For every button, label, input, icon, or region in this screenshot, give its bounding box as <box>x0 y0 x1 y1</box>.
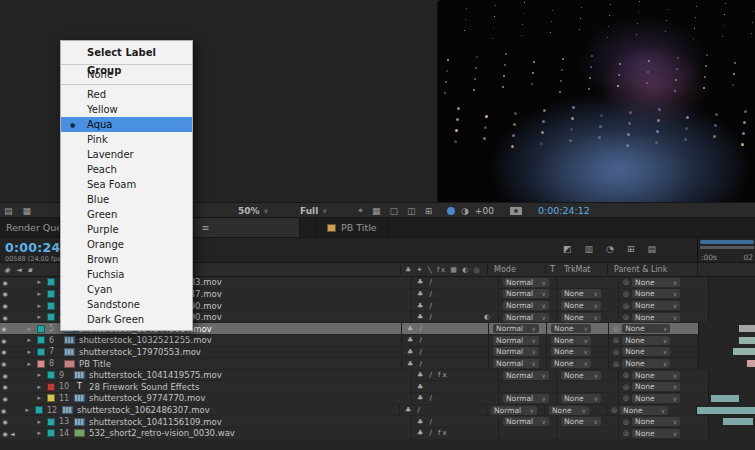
expand-arrow-icon[interactable]: ▸ <box>19 371 45 379</box>
layer-switches[interactable]: ♣ / <box>411 289 498 300</box>
mode-dropdown[interactable]: Normal∨ <box>503 394 549 403</box>
parent-dropdown[interactable]: None∨ <box>632 313 680 322</box>
timeline-cell[interactable] <box>696 405 755 416</box>
menu-item-sea-foam[interactable]: Sea Foam <box>61 177 192 192</box>
transparency-grid-icon[interactable]: ▦ <box>372 206 381 216</box>
layer-name[interactable]: PB Title <box>79 359 401 369</box>
menu-item-blue[interactable]: Blue <box>61 192 192 207</box>
expand-arrow-icon[interactable]: ▸ <box>19 383 45 391</box>
eye-icon[interactable]: ◉ <box>0 290 10 297</box>
layer-switches[interactable]: ♣ / <box>399 405 486 416</box>
trkmat-dropdown[interactable]: None∨ <box>551 324 591 333</box>
expand-arrow-icon[interactable]: ▸ <box>19 429 45 437</box>
trkmat-dropdown[interactable]: None∨ <box>561 301 601 310</box>
layer-name[interactable]: shutterstock_9774770.mov <box>89 393 411 403</box>
work-area-bar[interactable] <box>700 240 754 244</box>
trkmat-dropdown[interactable]: None∨ <box>551 359 591 368</box>
parent-dropdown[interactable]: None∨ <box>632 382 680 391</box>
tab-render-queue[interactable]: Render Que <box>0 218 60 237</box>
grid-icon[interactable]: ⊞ <box>425 206 433 216</box>
parent-dropdown[interactable]: None∨ <box>622 336 670 345</box>
menu-item-sandstone[interactable]: Sandstone <box>61 297 192 312</box>
timeline-cell[interactable] <box>708 370 755 381</box>
timeline-cell[interactable] <box>708 300 755 311</box>
parent-dropdown[interactable]: None∨ <box>632 417 680 426</box>
mode-dropdown[interactable]: Normal∨ <box>503 289 549 298</box>
layer-switches[interactable]: ♣ / <box>401 323 488 334</box>
speaker-icon[interactable]: ◄ <box>10 430 19 437</box>
layer-row[interactable]: ◉◄▸14532_short2_retro-vision_0030.wav♣ /… <box>0 428 755 440</box>
parent-dropdown[interactable]: None∨ <box>632 394 680 403</box>
parent-dropdown[interactable]: None∨ <box>632 371 680 380</box>
options-icon[interactable]: ▤ <box>647 244 656 254</box>
mode-dropdown[interactable]: Normal∨ <box>503 301 549 310</box>
layer-row[interactable]: ◉▸12shutterstock_1062486307.mov♣ /Normal… <box>0 405 755 417</box>
mode-dropdown[interactable]: Normal∨ <box>491 406 537 415</box>
trkmat-dropdown[interactable]: None∨ <box>561 313 601 322</box>
eye-icon[interactable]: ◉ <box>0 360 8 367</box>
pickwhip-icon[interactable]: ◎ <box>613 360 619 368</box>
shy-layers-icon[interactable]: ◩ <box>563 244 572 254</box>
timeline-cell[interactable] <box>708 381 755 392</box>
mode-dropdown[interactable]: Normal∨ <box>493 347 539 356</box>
expand-arrow-icon[interactable]: ▸ <box>14 360 35 368</box>
layer-duration-bar[interactable] <box>747 360 755 367</box>
mode-dropdown[interactable]: Normal∨ <box>503 313 549 322</box>
pickwhip-icon[interactable]: ◎ <box>623 383 629 391</box>
panel-icon-2[interactable]: ▦ <box>23 206 32 216</box>
timeline-cell[interactable] <box>708 277 755 288</box>
layer-name[interactable]: 28 Firework Sound Effects <box>89 382 411 392</box>
layer-switches[interactable]: ♣ / fx <box>411 370 498 381</box>
menu-item-peach[interactable]: Peach <box>61 162 192 177</box>
panel-icon-1[interactable]: ▤ <box>4 206 13 216</box>
pickwhip-icon[interactable]: ◎ <box>623 278 629 286</box>
layer-name[interactable]: shutterstock_17970553.mov <box>79 347 401 357</box>
pickwhip-icon[interactable]: ◎ <box>623 429 629 437</box>
trkmat-dropdown[interactable]: None∨ <box>551 347 591 356</box>
label-color-swatch[interactable] <box>37 360 45 368</box>
menu-item-fuchsia[interactable]: Fuchsia <box>61 267 192 282</box>
eye-icon[interactable]: ◉ <box>0 372 10 379</box>
layer-switches[interactable]: ♣ / <box>411 277 498 288</box>
layer-name[interactable]: shutterstock_1041419575.mov <box>89 370 411 380</box>
eye-icon[interactable]: ◉ <box>0 407 7 414</box>
trkmat-dropdown[interactable]: None∨ <box>561 394 601 403</box>
parent-column-header[interactable]: Parent & Link <box>607 265 697 274</box>
mode-dropdown[interactable]: Normal∨ <box>493 324 539 333</box>
eye-icon[interactable]: ◉ <box>0 383 10 390</box>
mode-dropdown[interactable]: Normal∨ <box>503 278 549 287</box>
expand-arrow-icon[interactable]: ▸ <box>19 278 45 286</box>
motion-blur-icon[interactable]: ◔ <box>606 244 614 254</box>
layer-row[interactable]: ◉▸6shutterstock_1032521255.mov♣ /Normal∨… <box>0 335 755 347</box>
label-color-swatch[interactable] <box>47 371 55 379</box>
layer-row[interactable]: ◉▸7shutterstock_17970553.mov♣ /Normal∨No… <box>0 347 755 359</box>
timeline-cell[interactable] <box>708 393 755 404</box>
pickwhip-icon[interactable]: ◎ <box>623 290 629 298</box>
label-color-swatch[interactable] <box>47 394 55 402</box>
timeline-cell[interactable] <box>708 428 755 439</box>
label-color-swatch[interactable] <box>37 336 45 344</box>
pickwhip-icon[interactable]: ◎ <box>613 325 619 333</box>
mode-dropdown[interactable]: Normal∨ <box>493 359 539 368</box>
menu-item-green[interactable]: Green <box>61 207 192 222</box>
layer-name[interactable]: shutterstock_1041156109.mov <box>89 417 411 427</box>
trkmat-column-header[interactable]: TTrkMat <box>545 265 607 274</box>
timeline-cell[interactable] <box>698 347 755 358</box>
menu-item-purple[interactable]: Purple <box>61 222 192 237</box>
label-color-swatch[interactable] <box>47 418 55 426</box>
layer-switches[interactable]: ♣ / <box>411 393 498 404</box>
parent-dropdown[interactable]: None∨ <box>632 429 680 438</box>
view-layout-icon[interactable]: ◫ <box>407 206 416 216</box>
menu-item-orange[interactable]: Orange <box>61 237 192 252</box>
mode-dropdown[interactable]: Normal∨ <box>503 417 549 426</box>
eye-icon[interactable]: ◉ <box>0 348 8 355</box>
layer-row[interactable]: ◉▸13shutterstock_1041156109.mov♣ /Normal… <box>0 416 755 428</box>
trkmat-dropdown[interactable]: None∨ <box>561 289 601 298</box>
expand-arrow-icon[interactable]: ▸ <box>13 406 33 414</box>
pickwhip-icon[interactable]: ◎ <box>623 302 629 310</box>
layer-switches[interactable]: ♣ / <box>401 358 488 369</box>
parent-dropdown[interactable]: None∨ <box>620 406 668 415</box>
layer-switches[interactable]: ♣ / <box>401 347 488 358</box>
panel-menu-icon[interactable]: ≡ <box>202 222 210 233</box>
label-color-swatch[interactable] <box>47 302 55 310</box>
